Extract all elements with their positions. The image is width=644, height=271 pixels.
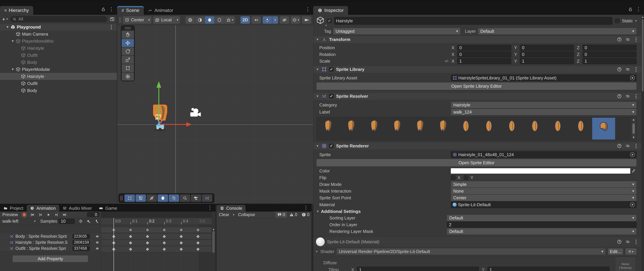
sprite-variant-thumb-6[interactable] xyxy=(454,117,477,140)
property-value-field[interactable]: 223035 xyxy=(72,234,90,239)
animation-menu-icon[interactable]: ⋮ xyxy=(208,205,212,210)
gameobject-name-field[interactable]: Hairstyle xyxy=(334,17,612,25)
shading-shaded-wire-button[interactable] xyxy=(195,16,204,24)
tool-rotate[interactable] xyxy=(122,47,134,55)
component-enabled-checkbox[interactable]: ✓ xyxy=(329,94,334,99)
tiling-y-field[interactable]: 1 xyxy=(487,267,610,271)
sort-point-dropdown[interactable]: Center▾ xyxy=(451,194,636,201)
material-field[interactable]: Sprite-Lit-Default xyxy=(451,201,636,208)
category-dropdown[interactable]: Hairstyle▾ xyxy=(451,102,636,108)
scene-viewport[interactable] xyxy=(117,25,313,204)
scale-z-field[interactable]: 1 xyxy=(582,58,636,64)
scrollbar-thumb[interactable] xyxy=(632,123,635,134)
rendering-layer-mask-dropdown[interactable]: Default▾ xyxy=(447,228,636,235)
active-checkbox[interactable]: ✓ xyxy=(327,19,332,23)
tab-audio-mixer[interactable]: Audio Mixer xyxy=(59,205,95,211)
keyframe-summary-row[interactable] xyxy=(101,227,212,233)
sprite-variant-thumb-8[interactable] xyxy=(500,117,523,140)
keyframe-dot-icon[interactable] xyxy=(96,235,98,237)
material-preview-ball[interactable] xyxy=(316,237,325,246)
mask-interaction-dropdown[interactable]: None▾ xyxy=(451,188,636,194)
property-value-field[interactable]: 2808159 xyxy=(72,240,90,245)
shader-list-button[interactable]: ≡ ▾ xyxy=(625,248,636,255)
chevron-down-icon[interactable]: ▾ xyxy=(325,24,327,27)
tab-animator[interactable]: Animator xyxy=(144,6,178,15)
tiling-x-field[interactable]: 1 xyxy=(357,267,479,271)
console-log-area[interactable] xyxy=(216,218,312,271)
animated-property-row-1[interactable]: Hairstyle : Sprite Resolver.S2808159 xyxy=(0,239,101,245)
thumbs-scrollbar[interactable]: ▲ ▼ xyxy=(632,118,636,140)
object-picker-icon[interactable] xyxy=(630,202,635,207)
shading-shaded-button[interactable] xyxy=(205,16,214,24)
hierarchy-menu-icon[interactable]: ⋮ xyxy=(109,7,114,12)
foldout-icon[interactable]: ▼ xyxy=(316,68,319,71)
tab-hierarchy[interactable]: ≡ Hierarchy xyxy=(0,6,33,15)
scrollbar-thumb[interactable] xyxy=(212,231,215,253)
layer-dropdown[interactable]: Default▾ xyxy=(478,28,636,35)
iso-grid-toggle[interactable] xyxy=(169,194,179,202)
dopesheet-timeline[interactable]: 0:00:10:20:30:40:5 xyxy=(101,211,212,271)
goto-start-button[interactable] xyxy=(28,211,36,218)
play-button[interactable] xyxy=(44,211,52,218)
tool-rect[interactable] xyxy=(122,64,134,72)
foldout-icon[interactable]: ▼ xyxy=(316,144,319,148)
inspector-scrollbar[interactable]: ▲ xyxy=(641,15,644,271)
console-error-toggle[interactable]: 0 xyxy=(299,211,312,218)
player-character-sprite[interactable] xyxy=(150,104,170,131)
tools-drag-handle[interactable] xyxy=(121,26,134,30)
hierarchy-row-playermodular[interactable]: ▼PlayerModular xyxy=(0,66,117,73)
sprite-swap-toggle[interactable] xyxy=(202,194,212,202)
sprite-variant-thumb-10[interactable] xyxy=(546,117,569,140)
expand-arrow-icon[interactable]: ▼ xyxy=(10,68,16,71)
search-toggle[interactable] xyxy=(180,194,190,202)
rotation-z-field[interactable]: 0 xyxy=(582,51,636,57)
sorting-layer-dropdown[interactable]: Default▾ xyxy=(447,215,636,221)
preset-icon[interactable] xyxy=(625,239,630,244)
samples-field[interactable]: 10 xyxy=(58,219,75,224)
help-icon[interactable] xyxy=(617,94,622,99)
rect-tool-toggle[interactable] xyxy=(124,194,135,202)
layers-visibility-dropdown[interactable]: ▾ xyxy=(291,16,300,24)
position-x-field[interactable]: 0 xyxy=(457,45,511,51)
object-picker-icon[interactable] xyxy=(630,76,635,80)
component-menu-icon[interactable]: ⋮ xyxy=(634,37,639,42)
lock-icon[interactable] xyxy=(101,7,106,12)
hierarchy-row-body[interactable]: Body xyxy=(0,59,117,66)
timeline-ruler[interactable]: 0:00:10:20:30:40:5 xyxy=(101,218,212,225)
console-clear-dropdown[interactable]: ▾ xyxy=(232,211,236,218)
open-sprite-library-editor-button[interactable]: Open Sprite Library Editor xyxy=(316,82,636,90)
timeline-playhead[interactable] xyxy=(114,218,114,271)
open-sprite-editor-button[interactable]: Open Sprite Editor xyxy=(316,159,636,167)
scene-menu-icon[interactable]: ⋮ xyxy=(305,7,310,12)
sprite-variant-thumb-2[interactable] xyxy=(362,117,386,140)
animated-property-row-2[interactable]: Outfit : Sprite Resolver.Spri337458 xyxy=(0,245,101,251)
tab-project[interactable]: Project xyxy=(0,205,27,211)
add-gameobject-button[interactable]: + ▾ xyxy=(2,16,8,22)
animated-property-row-0[interactable]: Body : Sprite Resolver.Sprit223035 xyxy=(0,233,101,239)
winsplit-icon[interactable] xyxy=(110,17,115,22)
rotation-x-field[interactable]: 0 xyxy=(457,51,511,57)
order-in-layer-field[interactable]: 2 xyxy=(447,222,636,228)
scene-menu-icon[interactable]: ⋮ xyxy=(109,25,114,30)
hierarchy-row-playermonolithic[interactable]: ▼PlayerMonolithic xyxy=(0,38,117,45)
component-enabled-checkbox[interactable]: ✓ xyxy=(329,144,334,148)
help-icon[interactable] xyxy=(617,67,622,72)
position-z-field[interactable]: 0 xyxy=(582,45,636,51)
draw-mode-dropdown[interactable]: Simple▾ xyxy=(451,181,636,188)
scale-x-field[interactable]: 1 xyxy=(457,58,511,64)
pivot-mode-dropdown[interactable]: Center ▾ xyxy=(123,16,152,24)
additional-settings-foldout[interactable]: ▼ Additional Settings xyxy=(313,208,641,215)
scrollbar-thumb[interactable] xyxy=(642,19,644,91)
sprite-variant-thumb-4[interactable] xyxy=(408,117,431,140)
sprite-resolver-header[interactable]: ▼ ✓ Sprite Resolver ⋮ xyxy=(313,92,641,100)
preset-icon[interactable] xyxy=(625,143,630,148)
scale-link-icon[interactable] xyxy=(444,59,449,63)
tab-scene[interactable]: # Scene xyxy=(117,6,144,15)
toggle-2d-button[interactable]: 2D xyxy=(240,16,250,24)
preset-icon[interactable] xyxy=(625,94,630,99)
foldout-icon[interactable]: ▼ xyxy=(315,250,318,253)
expand-arrow-icon[interactable]: ▼ xyxy=(10,39,16,43)
component-enabled-checkbox[interactable]: ✓ xyxy=(329,67,334,72)
label-dropdown[interactable]: walk_124▾ xyxy=(451,109,636,115)
hierarchy-row-hairstyle[interactable]: Hairstyle xyxy=(0,73,117,80)
